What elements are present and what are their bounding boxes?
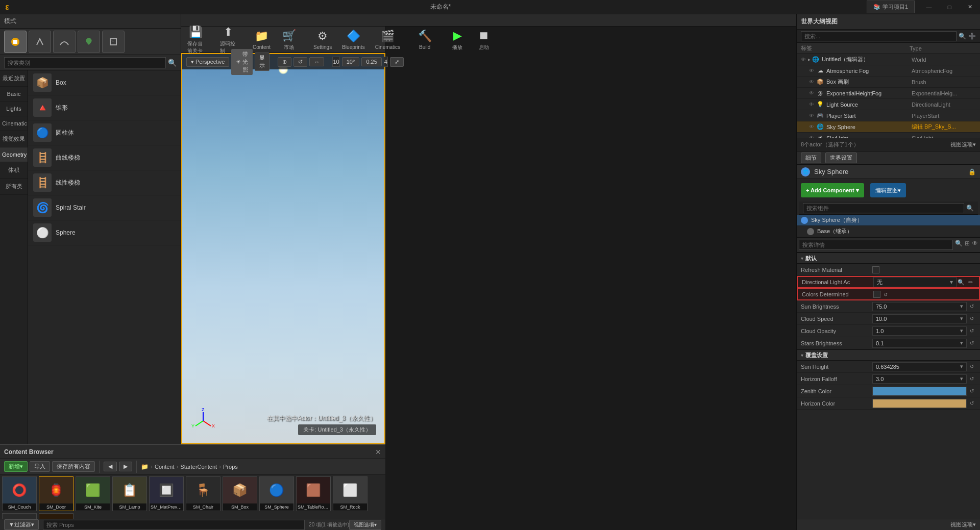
horizon-color-picker[interactable] (872, 399, 967, 408)
marketplace-button[interactable]: 🛒 市场 (277, 27, 301, 53)
horizon-falloff-slider[interactable]: 3.0 ▾ (872, 374, 967, 384)
horizon-falloff-reset-btn[interactable]: ↺ (968, 375, 976, 383)
dir-light-search-btn[interactable]: 🔍 (957, 277, 966, 287)
import-button[interactable]: 导入 (30, 461, 50, 472)
colors-determined-checkbox[interactable] (873, 291, 880, 298)
cb-item[interactable]: 🟩 SM_Kite (76, 476, 110, 511)
path-content[interactable]: Content (155, 464, 175, 470)
settings-button[interactable]: ⚙ Settings (309, 27, 336, 52)
add-component-button[interactable]: + Add Component ▾ (801, 183, 864, 197)
mode-place-button[interactable] (4, 31, 27, 53)
cat-cinematic[interactable]: Cinematic (0, 116, 28, 131)
learn-btn[interactable]: 📚 学习项目1 (867, 1, 915, 13)
save-level-button[interactable]: 💾 保存当前关卡 (183, 23, 208, 57)
cb-item[interactable]: 🔵 SM_Sphere (259, 476, 294, 511)
cb-search-input[interactable] (43, 520, 305, 530)
list-item[interactable]: 🔵 圆柱体 (28, 120, 181, 145)
zenith-color-reset-btn[interactable]: ↺ (968, 387, 976, 395)
content-browser-close-btn[interactable]: ✕ (375, 448, 381, 456)
outliner-row[interactable]: 👁 🌫 ExponentialHeightFog ExponentialHeig… (797, 88, 980, 99)
maximize-viewport-btn[interactable]: ⤢ (390, 57, 404, 67)
path-starter-content[interactable]: StarterContent (181, 464, 217, 470)
colors-reset-btn[interactable]: ↺ (881, 290, 890, 298)
outliner-row[interactable]: 👁 💡 Light Source DirectionalLight (797, 99, 980, 110)
visibility-icon[interactable]: 👁 (807, 78, 816, 87)
visibility-icon[interactable]: 👁 (807, 66, 816, 75)
save-all-button[interactable]: 保存所有内容 (52, 461, 95, 472)
world-settings-tab-btn[interactable]: 世界设置 (825, 153, 857, 163)
mode-landscape-button[interactable] (53, 31, 76, 53)
cb-item[interactable]: 🟤 SM_Stairs (39, 513, 74, 519)
refresh-material-checkbox[interactable] (872, 266, 879, 273)
list-item[interactable]: ⚪ Sphere (28, 220, 181, 245)
visibility-icon[interactable]: 👁 (807, 100, 816, 109)
cb-item[interactable]: 🔲 SM_MatPreviewMesh (149, 476, 184, 511)
viewport-lighting-btn[interactable]: ☀ 带光照 (231, 49, 253, 75)
viewport[interactable]: ▾ Perspective ☀ 带光照 显示 ⊕ ↺ ↔ 10 10° 0.25… (181, 53, 385, 444)
visibility-icon[interactable]: 👁 (807, 111, 816, 120)
horizon-color-reset-btn[interactable]: ↺ (968, 399, 976, 408)
visibility-icon[interactable]: 👁 (807, 89, 816, 98)
cat-basic[interactable]: Basic (0, 87, 28, 102)
sun-height-reset-btn[interactable]: ↺ (968, 363, 976, 371)
outliner-row[interactable]: 👁 🎮 Player Start PlayerStart (797, 110, 980, 121)
viewport-show-btn[interactable]: 显示 (255, 53, 270, 71)
nav-fwd-button[interactable]: ▶ (119, 462, 132, 471)
details-tab-btn[interactable]: 细节 (801, 153, 821, 163)
cloud-speed-slider[interactable]: 10.0 ▾ (872, 314, 967, 323)
sun-height-slider[interactable]: 0.634285 ▾ (872, 362, 967, 371)
visibility-icon[interactable]: 👁 (799, 55, 808, 64)
content-button[interactable]: 📁 Content (249, 27, 275, 52)
close-button[interactable]: ✕ (960, 0, 980, 14)
search-input[interactable] (4, 57, 166, 68)
cat-all[interactable]: 所有类 (0, 179, 28, 195)
cloud-opacity-reset-btn[interactable]: ↺ (968, 327, 976, 335)
cinematics-button[interactable]: 🎬 Cinematics (371, 27, 404, 52)
cat-volume[interactable]: 体积 (0, 162, 28, 179)
scale-num[interactable]: 0.25 (361, 57, 381, 66)
dir-light-edit-btn[interactable]: ✏ (966, 277, 975, 287)
blueprints-button[interactable]: 🔷 Blueprints (338, 27, 369, 52)
stars-brightness-slider[interactable]: 0.1 ▾ (872, 339, 967, 348)
play-button[interactable]: ▶ 播放 (445, 27, 470, 53)
level-badge[interactable]: 关卡: Untitled_3（永久性） (298, 424, 376, 435)
cb-item[interactable]: ⬛ SM_Cylinder (2, 513, 37, 519)
list-item[interactable]: 🪜 曲线楼梯 (28, 145, 181, 170)
sun-brightness-reset-btn[interactable]: ↺ (968, 302, 976, 311)
cb-view-options-btn[interactable]: 视图选项▾ (349, 520, 381, 530)
outliner-row-sky-sphere[interactable]: 👁 🌐 Sky Sphere 编辑 BP_Sky_S... (797, 121, 980, 133)
cb-item[interactable]: ⭕ SM_Couch (2, 476, 37, 511)
comp-row-self[interactable]: Sky Sphere（自身） (797, 215, 980, 226)
cb-item[interactable]: ⬜ SM_Rock (333, 476, 368, 511)
cat-visual[interactable]: 视觉效果 (0, 131, 28, 147)
view-options-btn[interactable]: 视图选项▾ (950, 141, 976, 148)
dir-light-dropdown-icon[interactable]: ▾ (950, 279, 953, 286)
default-section-header[interactable]: ▾ 默认 (797, 253, 980, 264)
mode-paint-button[interactable] (29, 31, 51, 53)
cat-lights[interactable]: Lights (0, 102, 28, 116)
detail-grid-icon[interactable]: ⊞ (965, 240, 970, 250)
lock-icon[interactable]: 🔒 (968, 168, 976, 175)
cloud-opacity-slider[interactable]: 1.0 ▾ (872, 326, 967, 336)
list-item[interactable]: 📦 Box (28, 70, 181, 95)
edit-blueprint-button[interactable]: 编辑蓝图▾ (870, 183, 906, 197)
cat-recent[interactable]: 最近放置 (0, 70, 28, 87)
scale-btn[interactable]: ↔ (309, 57, 324, 66)
detail-eye-icon[interactable]: 👁 (972, 240, 978, 250)
rotation-num[interactable]: 10° (342, 57, 360, 66)
comp-row-base[interactable]: Base（继承） (797, 226, 980, 237)
launch-button[interactable]: ⏹ 启动 (472, 27, 496, 53)
list-item[interactable]: 🌀 Spiral Stair (28, 195, 181, 220)
detail-search-input[interactable] (799, 240, 953, 250)
component-search-input[interactable] (803, 203, 964, 213)
cloud-speed-reset-btn[interactable]: ↺ (968, 315, 976, 323)
visibility-icon[interactable]: 👁 (807, 134, 816, 139)
outliner-row[interactable]: 👁 ☁ Atmospheric Fog AtmosphericFog (797, 65, 980, 77)
cb-item[interactable]: 🪑 SM_Chair (186, 476, 220, 511)
viewport-perspective-btn[interactable]: ▾ Perspective (186, 57, 229, 67)
list-item[interactable]: 🔺 锥形 (28, 95, 181, 120)
nav-back-button[interactable]: ◀ (104, 462, 117, 471)
outliner-row[interactable]: 👁 📦 Box 画刷 Brush (797, 77, 980, 88)
zenith-color-picker[interactable] (872, 387, 967, 396)
outliner-row[interactable]: 👁 ☀ SkyLight SkyLight (797, 133, 980, 138)
